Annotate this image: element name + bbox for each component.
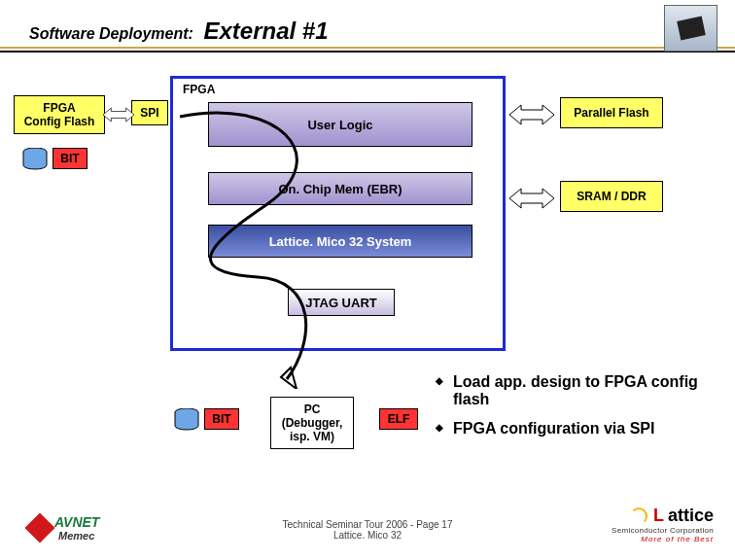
lattice-sub: Semiconductor Corporation <box>578 526 714 535</box>
onchip-mem-label: On. Chip Mem (EBR) <box>278 182 402 196</box>
svg-marker-3 <box>509 189 554 208</box>
divider-black <box>0 51 735 52</box>
lattice-l: L <box>653 506 664 526</box>
footer-line2: Lattice. Mico 32 <box>333 530 402 541</box>
svg-marker-2 <box>509 105 554 124</box>
fpga-container: FPGA User Logic On. Chip Mem (EBR) Latti… <box>170 76 506 351</box>
bullet-list: Load app. design to FPGA config flash FP… <box>436 373 718 449</box>
user-logic-label: User Logic <box>307 118 372 132</box>
chip-icon <box>664 5 718 52</box>
fpga-label: FPGA <box>183 83 215 96</box>
avnet-logo: AVNET Memec <box>29 513 146 542</box>
footer-line1: Technical Seminar Tour 2006 - Page 17 <box>283 519 453 530</box>
title-main: External #1 <box>203 18 328 44</box>
slide-title: Software Deployment: External #1 <box>29 18 667 45</box>
user-logic-block: User Logic <box>208 102 472 147</box>
jtag-uart-label: JTAG UART <box>305 296 376 310</box>
swoosh-icon <box>630 508 648 525</box>
double-arrow-icon <box>509 185 554 212</box>
double-arrow-icon <box>509 101 554 128</box>
lattice-logo: Lattice Semiconductor Corporation More o… <box>578 506 714 546</box>
svg-marker-4 <box>281 368 297 389</box>
bit-left-box: BIT <box>52 148 88 169</box>
lattice-rest: attice <box>668 506 714 526</box>
svg-marker-1 <box>103 108 134 122</box>
divider-gold <box>0 47 735 49</box>
cylinder-icon <box>173 408 200 432</box>
title-prefix: Software Deployment: <box>29 25 193 42</box>
elf-box: ELF <box>379 408 418 430</box>
diamond-icon <box>24 512 54 542</box>
bullet-item: FPGA configuration via SPI <box>436 420 718 438</box>
avnet-text: AVNET <box>54 514 99 530</box>
bullet-item: Load app. design to FPGA config flash <box>436 373 718 408</box>
fpga-config-flash-box: FPGA Config Flash <box>14 95 105 134</box>
bit-bottom-box: BIT <box>204 408 239 430</box>
jtag-uart-block: JTAG UART <box>288 289 395 316</box>
lattice-system-label: Lattice. Mico 32 System <box>269 234 412 249</box>
onchip-mem-block: On. Chip Mem (EBR) <box>208 172 472 205</box>
spi-box: SPI <box>131 100 168 125</box>
memec-text: Memec <box>58 530 99 542</box>
lattice-tag: More of the Best <box>578 535 714 543</box>
cylinder-icon <box>21 148 49 171</box>
double-arrow-icon <box>103 101 134 128</box>
parallel-flash-box: Parallel Flash <box>560 97 663 128</box>
pc-box: PC (Debugger, isp. VM) <box>270 397 354 449</box>
sram-ddr-box: SRAM / DDR <box>560 181 663 212</box>
lattice-system-block: Lattice. Mico 32 System <box>208 225 472 258</box>
